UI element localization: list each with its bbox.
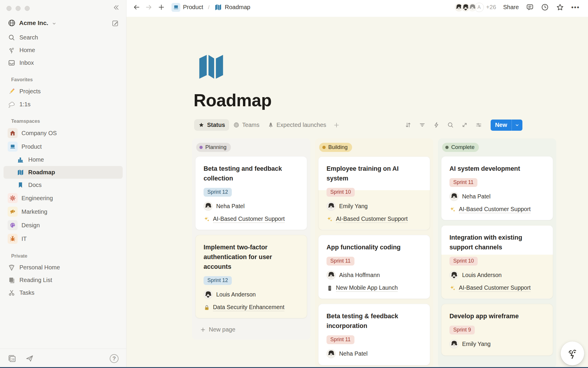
card[interactable]: Implement two-factor authentication for … <box>195 235 307 318</box>
sidebar-item-1-1s[interactable]: 1:1s <box>4 98 123 111</box>
project-link[interactable]: Data Security Enhancement <box>213 304 284 311</box>
breadcrumb-label: Roadmap <box>225 4 250 11</box>
card[interactable]: Beta testing & feedback incorporation Sp… <box>318 304 430 365</box>
automation-bolt-icon[interactable] <box>433 122 440 128</box>
sidebar-item-engineering[interactable]: Engineering <box>4 191 123 205</box>
project-link[interactable]: New Mobile App Launch <box>336 284 398 292</box>
expand-icon[interactable] <box>461 122 468 128</box>
new-page-compose-icon[interactable] <box>111 19 119 27</box>
sidebar-item-label: IT <box>21 236 27 242</box>
sidebar-item-home[interactable]: Home <box>4 44 123 57</box>
rocket-icon <box>268 122 274 128</box>
window-minimize-button[interactable] <box>16 6 21 11</box>
sort-icon[interactable] <box>405 122 412 128</box>
column-complete: Complete AI system development Sprint 11… <box>438 138 556 368</box>
card[interactable]: Employee training on AI system Sprint 10… <box>318 156 430 230</box>
card-title: Implement two-factor authentication for … <box>204 243 299 272</box>
new-button-label[interactable]: New <box>491 120 512 131</box>
card[interactable]: Beta testing and feedback collection Spr… <box>195 156 307 230</box>
column-header-building[interactable]: Building <box>319 143 352 152</box>
megaphone-icon <box>8 207 18 217</box>
project-link-row[interactable]: AI-Based Customer Support <box>327 216 422 223</box>
page-map-icon[interactable] <box>195 50 588 83</box>
share-button[interactable]: Share <box>503 4 519 11</box>
sidebar-item-product-roadmap[interactable]: Roadmap <box>4 166 123 179</box>
sidebar-collapse-icon[interactable] <box>112 4 120 11</box>
forward-icon[interactable] <box>145 4 152 11</box>
sidebar-item-marketing[interactable]: Marketing <box>4 205 123 218</box>
sidebar-item-tasks[interactable]: Tasks <box>4 286 123 299</box>
assignee-row: Neha Patel <box>204 202 299 211</box>
new-button[interactable]: New <box>491 120 522 131</box>
avatar <box>204 290 213 299</box>
filter-icon[interactable] <box>419 122 426 128</box>
teamspaces-section-label: Teamspaces <box>4 111 123 126</box>
more-options-icon[interactable]: ••• <box>571 4 580 11</box>
lock-icon <box>204 304 210 311</box>
history-clock-icon[interactable] <box>541 3 549 11</box>
avatar <box>327 349 336 358</box>
window-close-button[interactable] <box>6 6 11 11</box>
sprint-tag: Sprint 11 <box>327 335 354 344</box>
sidebar-item-design[interactable]: Design <box>4 218 123 232</box>
status-dot <box>199 146 203 149</box>
sidebar-item-company-os[interactable]: Company OS <box>4 126 123 140</box>
card[interactable]: App functionality coding Sprint 11 Aisha… <box>318 235 430 299</box>
tab-teams[interactable]: Teams <box>229 119 264 131</box>
project-link-row[interactable]: AI-Based Customer Support <box>449 206 545 213</box>
sidebar-item-product-home[interactable]: Home <box>4 153 123 166</box>
workspace-name: Acme Inc. <box>19 19 48 26</box>
sidebar-item-label: Design <box>21 222 40 229</box>
view-settings-sliders-icon[interactable] <box>475 122 482 128</box>
help-icon[interactable]: ? <box>110 354 119 363</box>
breadcrumb-product[interactable]: Product <box>169 2 206 13</box>
assignee-row: Louis Anderson <box>204 290 299 299</box>
notion-ai-button[interactable] <box>561 342 584 365</box>
sidebar-item-it[interactable]: IT <box>4 232 123 246</box>
column-building: Building Employee training on AI system … <box>315 138 433 368</box>
project-link[interactable]: AI-Based Customer Support <box>459 284 531 292</box>
column-header-complete[interactable]: Complete <box>442 143 479 152</box>
new-button-dropdown[interactable] <box>512 120 522 131</box>
new-page-button[interactable]: New page <box>195 323 307 336</box>
card[interactable]: Integration with existing support channe… <box>441 225 553 299</box>
collaborator-avatars[interactable]: A +26 <box>454 3 496 12</box>
sprint-tag: Sprint 11 <box>449 178 477 187</box>
tab-expected-launches[interactable]: Expected launches <box>264 119 330 131</box>
house-icon <box>8 128 18 138</box>
project-link[interactable]: AI-Based Customer Support <box>459 206 531 213</box>
sidebar-item-projects[interactable]: Projects <box>4 85 123 98</box>
card[interactable]: AI system development Sprint 11 Neha Pat… <box>441 156 553 220</box>
window-zoom-button[interactable] <box>25 6 30 11</box>
project-link[interactable]: AI-Based Customer Support <box>336 216 408 223</box>
new-tab-plus-icon[interactable] <box>158 4 165 11</box>
sidebar-item-product[interactable]: Product <box>4 140 123 153</box>
project-link[interactable]: AI-Based Customer Support <box>213 216 285 223</box>
search-icon[interactable] <box>447 122 454 128</box>
sidebar-item-reading-list[interactable]: Reading List <box>4 274 123 286</box>
add-view-icon[interactable] <box>333 122 340 128</box>
project-link-row[interactable]: New Mobile App Launch <box>327 284 422 292</box>
comments-icon[interactable] <box>526 3 534 11</box>
paper-plane-icon[interactable] <box>25 354 34 363</box>
chevron-down-icon <box>51 21 57 26</box>
breadcrumb-roadmap[interactable]: Roadmap <box>212 2 253 12</box>
palette-icon <box>8 220 18 230</box>
back-icon[interactable] <box>133 4 140 11</box>
card[interactable]: Develop app wireframe Sprint 9 Emily Yan… <box>441 304 553 356</box>
tab-status[interactable]: Status <box>194 119 229 131</box>
project-link-row[interactable]: AI-Based Customer Support <box>204 216 299 223</box>
workspace-switcher[interactable]: Acme Inc. <box>0 15 126 30</box>
avatar <box>449 339 459 349</box>
sidebar-item-search[interactable]: Search <box>4 31 123 44</box>
collaborator-overflow-count: +26 <box>486 4 496 11</box>
card-title: AI system development <box>449 164 545 174</box>
calendar-icon[interactable] <box>8 354 16 363</box>
sidebar-item-personal-home[interactable]: Personal Home <box>4 261 123 274</box>
favorite-star-icon[interactable] <box>556 3 564 11</box>
sidebar-item-product-docs[interactable]: Docs <box>4 179 123 191</box>
column-header-planning[interactable]: Planning <box>196 143 231 152</box>
sidebar-item-inbox[interactable]: Inbox <box>4 57 123 69</box>
project-link-row[interactable]: AI-Based Customer Support <box>449 284 545 292</box>
project-link-row[interactable]: Data Security Enhancement <box>204 304 299 311</box>
